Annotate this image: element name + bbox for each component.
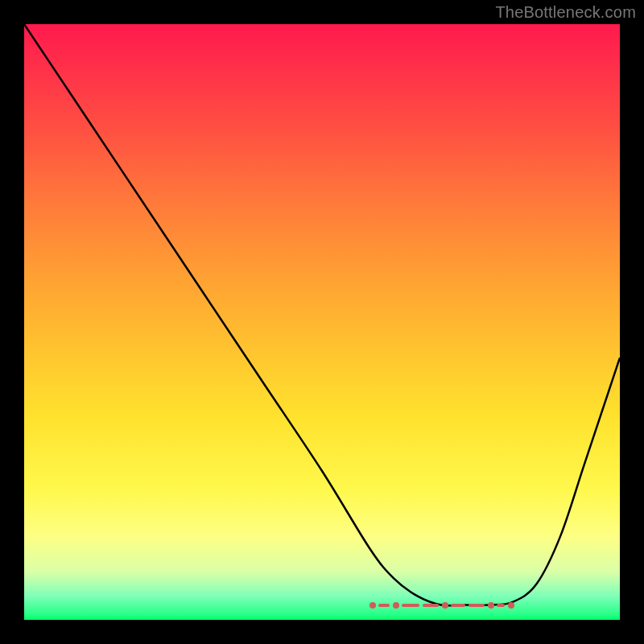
marker-dot xyxy=(508,602,514,609)
marker-dot xyxy=(393,602,399,609)
marker-dot xyxy=(488,602,494,609)
plot-area xyxy=(24,24,620,620)
curve-path xyxy=(24,24,620,605)
optimal-region-markers xyxy=(369,600,518,611)
bottleneck-curve xyxy=(24,24,620,620)
watermark-text: TheBottleneck.com xyxy=(495,3,636,22)
chart-figure: TheBottleneck.com xyxy=(0,0,644,644)
marker-dash xyxy=(469,604,485,607)
marker-dash xyxy=(402,604,419,607)
marker-dot xyxy=(369,602,376,609)
marker-dash xyxy=(451,604,465,607)
marker-dash xyxy=(423,604,439,607)
marker-dot xyxy=(442,602,448,609)
marker-dash xyxy=(378,604,390,607)
marker-dash xyxy=(497,604,505,607)
